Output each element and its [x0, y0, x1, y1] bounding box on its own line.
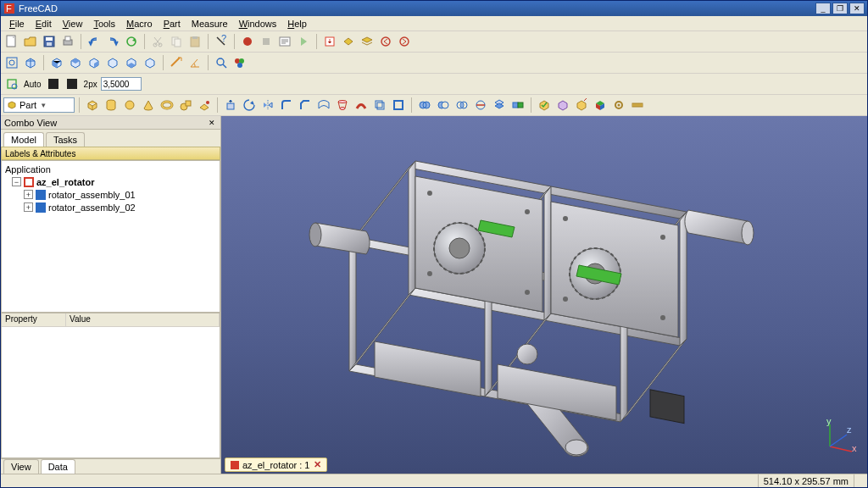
cut-button[interactable]	[149, 33, 166, 50]
menu-tools[interactable]: Tools	[88, 18, 120, 30]
part-primitives-button[interactable]	[177, 97, 194, 114]
macro-list-button[interactable]	[276, 33, 293, 50]
thickness-button[interactable]	[390, 97, 407, 114]
offset-button[interactable]	[371, 97, 388, 114]
rear-view-button[interactable]	[104, 54, 121, 71]
boolean-cut-button[interactable]	[435, 97, 452, 114]
tab-view[interactable]: View	[3, 459, 39, 474]
maximize-button[interactable]: ❐	[832, 3, 848, 14]
compound-button[interactable]	[509, 97, 526, 114]
macro-stop-button[interactable]	[258, 33, 275, 50]
svg-rect-60	[25, 179, 32, 186]
revolve-button[interactable]	[241, 97, 258, 114]
panel-close-icon[interactable]: ✕	[207, 118, 217, 128]
import-button[interactable]	[554, 97, 571, 114]
chamfer-button[interactable]	[297, 97, 314, 114]
paste-button[interactable]	[186, 33, 203, 50]
bound-box-button[interactable]	[3, 75, 20, 92]
whats-this-button[interactable]: ?	[213, 33, 230, 50]
zoom-all-button[interactable]	[3, 54, 20, 71]
right-view-button[interactable]	[86, 54, 103, 71]
menu-view[interactable]: View	[58, 18, 88, 30]
redo-button[interactable]	[104, 33, 121, 50]
combo-view-panel: Combo View ✕ Model Tasks Labels & Attrib…	[1, 116, 221, 474]
menu-edit[interactable]: Edit	[31, 18, 57, 30]
front-view-button[interactable]	[48, 54, 65, 71]
model-tree[interactable]: Application − az_el_rotator + rotator_as…	[1, 160, 220, 313]
property-body[interactable]	[2, 327, 220, 458]
undo-button[interactable]	[86, 33, 103, 50]
tree-root[interactable]: Application	[3, 163, 218, 175]
print-button[interactable]	[59, 33, 76, 50]
sweep-button[interactable]	[353, 97, 370, 114]
menu-file[interactable]: FFileile	[4, 18, 30, 30]
refresh-button[interactable]	[123, 33, 140, 50]
tree-document[interactable]: − az_el_rotator	[3, 175, 218, 188]
close-button[interactable]: ✕	[849, 3, 865, 14]
open-doc-button[interactable]	[22, 33, 39, 50]
close-tab-icon[interactable]: ✕	[314, 459, 321, 470]
color-picker-button-2[interactable]	[64, 75, 81, 92]
macro-record-button[interactable]	[239, 33, 256, 50]
extrude-button[interactable]	[222, 97, 239, 114]
search-icon[interactable]	[213, 54, 230, 71]
tab-data[interactable]: Data	[41, 459, 75, 474]
gear-icon[interactable]	[610, 97, 627, 114]
part-torus-button[interactable]	[159, 97, 175, 114]
menu-macro[interactable]: Macro	[121, 18, 158, 30]
expand-icon[interactable]: +	[24, 190, 33, 199]
measure-angle-button[interactable]	[186, 54, 203, 71]
part-box-button[interactable]	[84, 97, 101, 114]
section-button[interactable]	[472, 97, 489, 114]
collapse-icon[interactable]: −	[12, 177, 21, 186]
part-cone-button[interactable]	[140, 97, 157, 114]
fillet-button[interactable]	[278, 97, 295, 114]
menu-measure[interactable]: Measure	[186, 18, 233, 30]
tab-model[interactable]: Model	[3, 132, 44, 147]
measure-clear-button[interactable]	[629, 97, 646, 114]
svg-rect-12	[175, 39, 181, 47]
3d-viewport[interactable]: x y z az_el_rotator : 1 ✕	[221, 116, 867, 474]
expand-icon[interactable]: +	[24, 202, 33, 212]
menu-windows[interactable]: Windows	[234, 18, 282, 30]
shape-builder-button[interactable]	[196, 97, 213, 114]
color-picker-button[interactable]	[45, 75, 62, 92]
boolean-union-button[interactable]	[416, 97, 433, 114]
line-width-input[interactable]	[101, 77, 142, 91]
tab-tasks[interactable]: Tasks	[46, 132, 85, 147]
document-tab[interactable]: az_el_rotator : 1 ✕	[225, 458, 327, 472]
export-button[interactable]	[573, 97, 590, 114]
part-design-icon[interactable]	[340, 33, 357, 50]
loft-button[interactable]	[334, 97, 351, 114]
macro-run-button[interactable]	[295, 33, 312, 50]
left-view-button[interactable]	[142, 54, 159, 71]
color-per-face-button[interactable]	[592, 97, 609, 114]
minimize-button[interactable]: _	[815, 3, 831, 14]
appearance-button[interactable]	[231, 54, 248, 71]
menu-help[interactable]: Help	[282, 18, 312, 30]
top-view-button[interactable]	[67, 54, 84, 71]
download-button[interactable]	[321, 33, 338, 50]
new-doc-button[interactable]	[3, 33, 20, 50]
part-cylinder-button[interactable]	[103, 97, 120, 114]
value-col-header[interactable]: Value	[66, 313, 220, 326]
layers-icon[interactable]	[359, 33, 376, 50]
part-sphere-button[interactable]	[121, 97, 138, 114]
mirror-button[interactable]	[259, 97, 276, 114]
boolean-common-button[interactable]	[453, 97, 470, 114]
workbench-selector[interactable]: Part ▼	[3, 97, 75, 113]
menu-part[interactable]: Part	[159, 18, 186, 30]
measure-linear-button[interactable]	[168, 54, 185, 71]
copy-button[interactable]	[168, 33, 185, 50]
save-button[interactable]	[41, 33, 58, 50]
tree-item-2[interactable]: + rotator_assembly_02	[3, 201, 218, 214]
check-geometry-button[interactable]	[536, 97, 553, 114]
cross-sections-button[interactable]	[491, 97, 508, 114]
nav-next-icon[interactable]	[396, 33, 413, 50]
bottom-view-button[interactable]	[123, 54, 140, 71]
iso-view-button[interactable]	[22, 54, 39, 71]
ruled-surface-button[interactable]	[315, 97, 332, 114]
property-col-header[interactable]: Property	[2, 313, 66, 326]
tree-item-1[interactable]: + rotator_assembly_01	[3, 188, 218, 201]
nav-prev-icon[interactable]	[377, 33, 394, 50]
